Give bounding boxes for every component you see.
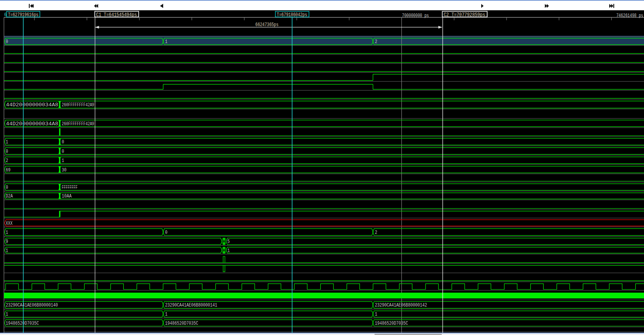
svg-text:0: 0 bbox=[6, 39, 8, 45]
svg-text:9: 9 bbox=[6, 239, 8, 245]
svg-text:C2 T=707792859ps: C2 T=707792859ps bbox=[444, 12, 485, 17]
svg-text:1: 1 bbox=[6, 230, 8, 235]
svg-text:69: 69 bbox=[6, 167, 11, 173]
svg-text:T=679186042ps: T=679186042ps bbox=[277, 12, 307, 17]
svg-text:T=627919616ps: T=627919616ps bbox=[8, 12, 38, 17]
svg-text:D2A: D2A bbox=[6, 194, 13, 199]
svg-text:2: 2 bbox=[375, 230, 377, 235]
svg-text:260FFFFFFFF42A9: 260FFFFFFFF42A9 bbox=[62, 121, 94, 126]
svg-text:0: 0 bbox=[165, 230, 168, 235]
svg-text:19486520D7035C: 19486520D7035C bbox=[375, 320, 408, 326]
svg-text:0: 0 bbox=[62, 149, 64, 154]
svg-text:746261498 ps: 746261498 ps bbox=[616, 13, 643, 18]
svg-text:23290CA41AE06B80000142: 23290CA41AE06B80000142 bbox=[375, 303, 427, 308]
svg-text:0: 0 bbox=[6, 149, 8, 154]
svg-text:6: 6 bbox=[4, 12, 7, 17]
svg-text:1: 1 bbox=[6, 312, 8, 317]
svg-text:10AA: 10AA bbox=[62, 194, 72, 199]
svg-text:2: 2 bbox=[6, 158, 8, 164]
svg-text:44D20000000034A8: 44D20000000034A8 bbox=[6, 102, 58, 108]
svg-text:23290CA41AE06B80000141: 23290CA41AE06B80000141 bbox=[165, 303, 217, 308]
svg-text:1: 1 bbox=[165, 39, 168, 45]
svg-text:C1 T=641545494ps: C1 T=641545494ps bbox=[96, 12, 137, 17]
svg-text:1: 1 bbox=[165, 312, 168, 317]
svg-text:1: 1 bbox=[6, 139, 8, 145]
svg-text:1: 1 bbox=[62, 158, 64, 164]
svg-text:30: 30 bbox=[62, 167, 66, 173]
svg-text:2: 2 bbox=[375, 39, 377, 45]
svg-text:19486520D7035C: 19486520D7035C bbox=[6, 320, 39, 326]
svg-text:FFFFFFFF: FFFFFFFF bbox=[62, 184, 77, 190]
svg-text:700000000 ps: 700000000 ps bbox=[402, 13, 429, 18]
svg-text:19486520D7035C: 19486520D7035C bbox=[165, 320, 198, 326]
svg-text:23290CA41AE06B80000140: 23290CA41AE06B80000140 bbox=[6, 303, 58, 308]
svg-text:1: 1 bbox=[228, 248, 230, 253]
svg-text:5: 5 bbox=[228, 239, 230, 245]
svg-text:0: 0 bbox=[6, 184, 8, 190]
svg-text:1: 1 bbox=[6, 248, 8, 253]
svg-text:66247365ps: 66247365ps bbox=[255, 22, 279, 28]
svg-text:1: 1 bbox=[375, 312, 377, 317]
svg-text:44D20000000034A8: 44D20000000034A8 bbox=[6, 121, 58, 126]
svg-text:XXX: XXX bbox=[6, 220, 13, 226]
svg-text:0: 0 bbox=[62, 139, 64, 145]
svg-text:260FFFFFFFF42A9: 260FFFFFFFF42A9 bbox=[62, 102, 94, 108]
